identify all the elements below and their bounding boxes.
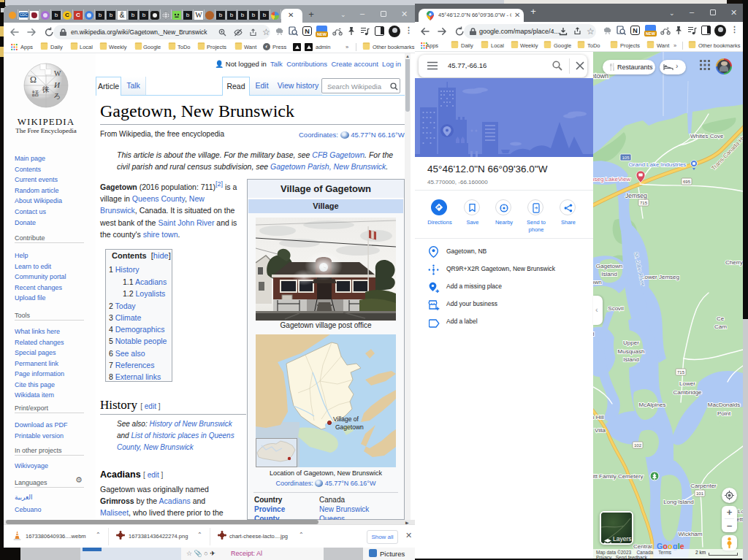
svg-text:И: И xyxy=(53,80,61,89)
svg-text:Grand Lake Industries: Grand Lake Industries xyxy=(629,161,687,168)
svg-text:715: 715 xyxy=(640,201,648,205)
svg-text:nseg LakeView: nseg LakeView xyxy=(593,176,630,183)
svg-text:Ce: Ce xyxy=(717,315,725,322)
svg-text:McAlpines: McAlpines xyxy=(639,402,666,408)
svg-text:Carpenter: Carpenter xyxy=(690,483,717,489)
svg-text:ろ: ろ xyxy=(53,92,61,100)
svg-text:Ω: Ω xyxy=(30,74,37,85)
svg-text:Long Island: Long Island xyxy=(663,499,693,505)
svg-text:ettl: ettl xyxy=(736,516,743,523)
svg-text:Cherry: Cherry xyxy=(725,259,743,266)
svg-text:105: 105 xyxy=(622,156,630,160)
svg-text:Cam: Cam xyxy=(714,323,727,330)
svg-text:101: 101 xyxy=(696,491,704,496)
svg-text:own: own xyxy=(593,279,602,285)
svg-text:Lower Jemseg: Lower Jemseg xyxy=(641,274,679,280)
svg-text:Village of: Village of xyxy=(333,415,359,423)
svg-text:695: 695 xyxy=(683,180,691,184)
svg-text:n Hill: n Hill xyxy=(593,414,604,421)
svg-text:Whites Cove: Whites Cove xyxy=(690,133,724,139)
svg-text:Scovil: Scovil xyxy=(608,305,624,312)
svg-text:Jemseg: Jemseg xyxy=(625,192,647,199)
svg-text:715: 715 xyxy=(677,370,685,375)
svg-text:徕: 徕 xyxy=(42,85,50,93)
svg-text:Lo: Lo xyxy=(738,508,743,515)
svg-text:Gagetown: Gagetown xyxy=(335,423,364,431)
svg-text:Villa: Villa xyxy=(595,427,606,434)
svg-text:ritt Family Cemetery: ritt Family Cemetery xyxy=(593,473,644,480)
svg-text:d: d xyxy=(593,331,594,337)
svg-text:102: 102 xyxy=(634,443,642,448)
svg-text:Wickham: Wickham xyxy=(679,531,703,537)
svg-text:話: 話 xyxy=(32,90,39,97)
svg-text:W: W xyxy=(54,69,61,77)
